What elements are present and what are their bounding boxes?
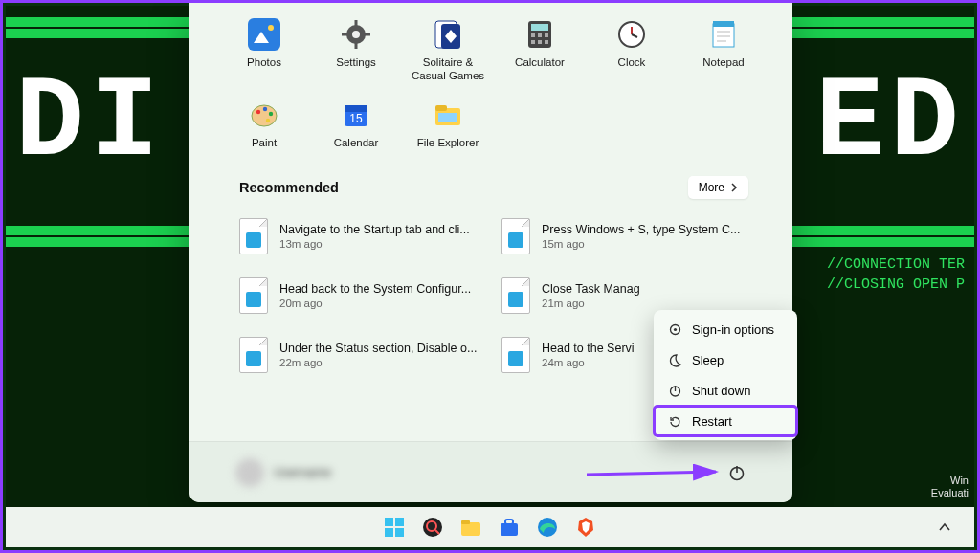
svg-rect-8 (365, 33, 370, 36)
rec-title: Navigate to the Startup tab and cli... (279, 223, 470, 236)
menu-label: Sign-in options (692, 322, 774, 337)
bg-line: //CONNECTION TER (827, 254, 965, 275)
bg-text: ED (815, 58, 965, 188)
rec-title: Head to the Servi (542, 342, 635, 355)
pinned-app-settings[interactable]: Settings (310, 12, 402, 93)
menu-label: Sleep (692, 353, 724, 367)
svg-rect-54 (461, 520, 470, 524)
taskbar-start-button[interactable] (378, 511, 411, 543)
app-label: Paint (252, 137, 277, 150)
svg-rect-5 (355, 20, 358, 26)
rec-subtitle: 15m ago (542, 238, 740, 250)
taskbar-center (378, 511, 602, 543)
svg-rect-46 (385, 518, 393, 526)
pinned-app-calculator[interactable]: Calculator (494, 12, 586, 93)
settings-icon (340, 18, 372, 51)
svg-rect-19 (545, 40, 548, 44)
power-menu-shutdown[interactable]: Shut down (654, 375, 797, 406)
file-explorer-icon (459, 516, 482, 539)
svg-rect-15 (538, 33, 542, 37)
pinned-app-paint[interactable]: Paint (218, 93, 310, 160)
recommended-header: Recommended More (189, 159, 792, 207)
svg-point-2 (268, 25, 274, 31)
svg-rect-23 (713, 24, 734, 47)
svg-rect-24 (713, 21, 734, 27)
recommended-item[interactable]: Navigate to the Startup tab and cli... 1… (234, 214, 486, 258)
rec-meta: Press Windows + S, type System C... 15m … (542, 223, 740, 250)
recommended-item[interactable]: Head back to the System Configur... 20m … (234, 274, 486, 318)
recommended-item[interactable]: Under the Status section, Disable o... 2… (234, 333, 486, 377)
pinned-app-clock[interactable]: Clock (586, 12, 678, 93)
power-menu-restart[interactable]: Restart (654, 406, 797, 436)
pinned-app-solitaire[interactable]: Solitaire & Casual Games (402, 12, 494, 93)
rec-subtitle: 20m ago (279, 298, 471, 309)
avatar (235, 458, 264, 487)
app-label: Solitaire & Casual Games (405, 56, 491, 83)
svg-rect-34 (345, 105, 368, 112)
recommended-item[interactable]: Press Windows + S, type System C... 15m … (496, 214, 748, 258)
bg-small-text: //CONNECTION TER //CLOSING OPEN P (827, 254, 965, 295)
more-button[interactable]: More (688, 176, 748, 199)
pinned-app-calendar[interactable]: 15 Calendar (310, 93, 402, 160)
edge-icon (536, 516, 559, 539)
svg-point-32 (266, 118, 270, 122)
search-icon (421, 516, 444, 539)
taskbar-overflow-button[interactable] (928, 511, 961, 543)
power-menu-signin-options[interactable]: Sign-in options (654, 314, 797, 344)
svg-point-30 (263, 106, 267, 110)
paint-icon (248, 99, 280, 131)
svg-point-42 (673, 327, 676, 330)
solitaire-icon (432, 18, 464, 51)
chevron-up-icon (938, 520, 951, 534)
user-account-button[interactable]: Username (235, 458, 331, 487)
file-icon (501, 277, 530, 314)
watermark-line: Evaluati (931, 487, 969, 499)
app-label: Calendar (334, 137, 379, 150)
rec-title: Press Windows + S, type System C... (542, 223, 740, 236)
svg-rect-6 (355, 43, 358, 49)
power-button[interactable] (727, 463, 746, 482)
svg-point-4 (352, 31, 360, 38)
brave-icon (574, 516, 597, 539)
app-label: Settings (336, 56, 376, 70)
taskbar-file-explorer[interactable] (455, 511, 487, 543)
svg-rect-56 (505, 520, 513, 524)
taskbar-search-button[interactable] (416, 511, 449, 543)
app-label: Clock (618, 56, 646, 70)
pinned-app-notepad[interactable]: Notepad (678, 12, 769, 93)
rec-meta: Head to the Servi 24m ago (542, 342, 635, 368)
windows-icon (383, 516, 406, 539)
file-explorer-icon (432, 99, 464, 131)
power-menu: Sign-in options Sleep Shut down Restart (654, 310, 797, 440)
taskbar-edge[interactable] (531, 511, 564, 543)
recommended-title: Recommended (239, 180, 339, 195)
more-label: More (699, 181, 724, 194)
clock-icon (615, 18, 648, 51)
taskbar-right (928, 507, 961, 547)
svg-rect-37 (435, 105, 447, 111)
rec-title: Head back to the System Configur... (279, 282, 471, 296)
rec-subtitle: 22m ago (279, 357, 477, 368)
taskbar-brave[interactable] (569, 511, 602, 543)
photos-icon (248, 18, 280, 51)
power-menu-sleep[interactable]: Sleep (654, 344, 797, 375)
svg-text:15: 15 (349, 112, 363, 125)
watermark: Win Evaluati (931, 475, 969, 499)
svg-rect-47 (395, 518, 404, 526)
svg-rect-14 (531, 33, 535, 37)
store-icon (498, 516, 521, 539)
svg-point-31 (269, 111, 273, 115)
file-icon (239, 337, 268, 373)
menu-label: Shut down (692, 384, 750, 398)
power-icon (728, 464, 746, 481)
pinned-app-photos[interactable]: Photos (218, 12, 310, 93)
file-icon (239, 218, 268, 254)
user-name: Username (274, 465, 331, 479)
calendar-icon: 15 (340, 99, 372, 131)
taskbar-store[interactable] (493, 511, 525, 543)
pinned-app-file-explorer[interactable]: File Explorer (402, 93, 494, 160)
pinned-grid: Photos Settings Solitaire & Casual Games… (218, 12, 764, 159)
watermark-line: Win (931, 475, 969, 487)
app-label: File Explorer (417, 137, 479, 150)
svg-rect-38 (438, 113, 457, 122)
